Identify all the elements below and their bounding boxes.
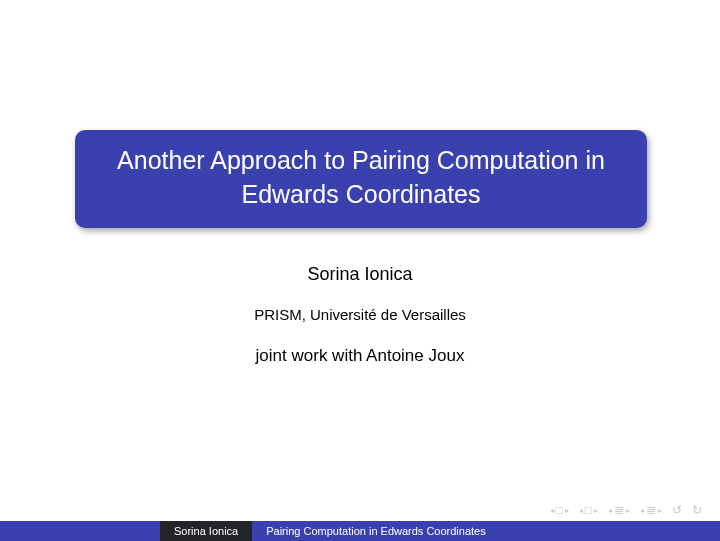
nav-lines-icon: ≣ xyxy=(614,503,624,517)
nav-bar: ◂ □ ▸ ◂ □ ▸ ◂ ≣ ▸ ◂ ≣ ▸ ↺ ↻ xyxy=(550,503,703,517)
triangle-right-icon: ▸ xyxy=(658,506,662,515)
nav-subsection-back-forward[interactable]: ◂ □ ▸ xyxy=(579,503,598,517)
title-line-1: Another Approach to Pairing Computation … xyxy=(91,144,631,178)
footer-title: Pairing Computation in Edwards Coordinat… xyxy=(252,521,720,541)
triangle-left-icon: ◂ xyxy=(608,506,612,515)
nav-square-icon: □ xyxy=(585,503,592,517)
triangle-right-icon: ▸ xyxy=(626,506,630,515)
nav-slide-back-forward[interactable]: ◂ ≣ ▸ xyxy=(640,503,662,517)
nav-section-back-forward[interactable]: ◂ □ ▸ xyxy=(550,503,569,517)
triangle-right-icon: ▸ xyxy=(594,506,598,515)
triangle-right-icon: ▸ xyxy=(565,506,569,515)
footer-author: Sorina Ionica xyxy=(160,521,252,541)
affiliation: PRISM, Université de Versailles xyxy=(0,306,720,323)
nav-go-back[interactable]: ↺ xyxy=(672,503,682,517)
nav-frame-back-forward[interactable]: ◂ ≣ ▸ xyxy=(608,503,630,517)
footer: Sorina Ionica Pairing Computation in Edw… xyxy=(0,521,720,541)
title-box: Another Approach to Pairing Computation … xyxy=(75,130,647,228)
triangle-left-icon: ◂ xyxy=(550,506,554,515)
title-line-2: Edwards Coordinates xyxy=(91,178,631,212)
author-name: Sorina Ionica xyxy=(0,264,720,285)
joint-work: joint work with Antoine Joux xyxy=(0,346,720,366)
triangle-left-icon: ◂ xyxy=(640,506,644,515)
nav-lines-icon: ≣ xyxy=(646,503,656,517)
nav-square-icon: □ xyxy=(556,503,563,517)
footer-lead-fill xyxy=(0,521,160,541)
triangle-left-icon: ◂ xyxy=(579,506,583,515)
nav-go-forward[interactable]: ↻ xyxy=(692,503,702,517)
